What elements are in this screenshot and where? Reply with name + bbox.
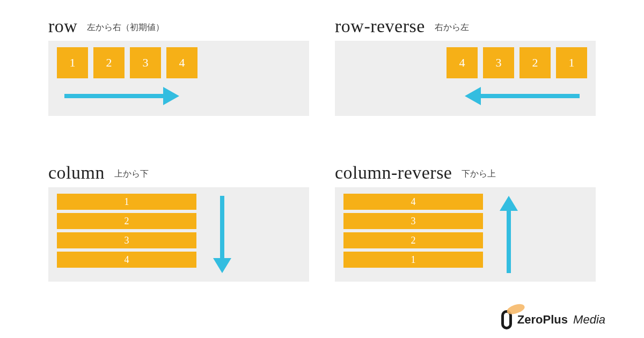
column-reverse-stack: 4 3 2 1: [343, 194, 483, 274]
brand-suffix: Media: [573, 313, 605, 326]
svg-marker-6: [500, 196, 518, 211]
box: 1: [57, 47, 88, 78]
bar: 2: [343, 232, 483, 248]
arrow-up-icon: [497, 194, 521, 274]
bar: 1: [343, 252, 483, 268]
box: 3: [483, 47, 514, 78]
brand-text: ZeroPlus Media: [517, 313, 605, 327]
title-column-reverse: column-reverse: [335, 164, 452, 182]
quadrant-column-reverse: column-reverse 下から上 4 3 2 1: [335, 164, 596, 317]
column-layout: 1 2 3 4: [57, 194, 301, 274]
bar: 4: [57, 252, 196, 268]
bar: 3: [57, 232, 196, 248]
title-row: row: [48, 17, 77, 35]
box: 1: [556, 47, 587, 78]
quadrant-row: row 左から右（初期値） 1 2 3 4: [48, 17, 309, 151]
quadrant-row-reverse: row-reverse 右から左 4 3 2 1: [335, 17, 596, 151]
box: 2: [93, 47, 125, 78]
subtitle-column: 上から下: [114, 168, 149, 182]
column-stack: 1 2 3 4: [57, 194, 196, 274]
bar: 4: [343, 194, 483, 210]
subtitle-row-reverse: 右から左: [435, 21, 469, 35]
svg-marker-5: [213, 258, 231, 273]
panel-column: 1 2 3 4: [48, 187, 309, 282]
title-column: column: [48, 164, 105, 182]
bar: 2: [57, 213, 196, 229]
header-row: row 左から右（初期値）: [48, 17, 309, 35]
title-row-reverse: row-reverse: [335, 17, 425, 35]
brand-name: ZeroPlus: [517, 313, 568, 326]
quadrant-column: column 上から下 1 2 3 4: [48, 164, 309, 317]
box: 4: [447, 47, 478, 78]
header-row-reverse: row-reverse 右から左: [335, 17, 596, 35]
bar: 1: [57, 194, 196, 210]
subtitle-column-reverse: 下から上: [462, 168, 496, 182]
arrow-left-icon: [343, 84, 587, 108]
box: 2: [519, 47, 551, 78]
brand-logo: ZeroPlus Media: [501, 310, 605, 329]
svg-marker-1: [163, 87, 179, 105]
subtitle-row: 左から右（初期値）: [87, 21, 164, 35]
panel-row: 1 2 3 4: [48, 41, 309, 116]
arrow-down-icon: [210, 194, 234, 274]
arrow-right-icon: [57, 84, 301, 108]
bar: 3: [343, 213, 483, 229]
row-reverse-boxes: 4 3 2 1: [343, 47, 587, 78]
panel-column-reverse: 4 3 2 1: [335, 187, 596, 282]
row-boxes: 1 2 3 4: [57, 47, 301, 78]
panel-row-reverse: 4 3 2 1: [335, 41, 596, 116]
box: 3: [130, 47, 161, 78]
column-reverse-layout: 4 3 2 1: [343, 194, 587, 274]
header-column-reverse: column-reverse 下から上: [335, 164, 596, 182]
svg-marker-3: [465, 87, 481, 105]
header-column: column 上から下: [48, 164, 309, 182]
box: 4: [166, 47, 197, 78]
